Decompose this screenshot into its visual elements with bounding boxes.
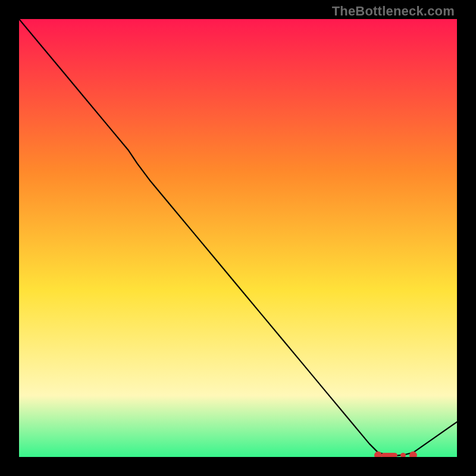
chart-frame: TheBottleneck.com xyxy=(0,0,476,476)
plot-area xyxy=(19,19,457,457)
watermark-label: TheBottleneck.com xyxy=(332,4,455,19)
background-gradient xyxy=(19,19,457,457)
svg-rect-0 xyxy=(19,19,457,457)
